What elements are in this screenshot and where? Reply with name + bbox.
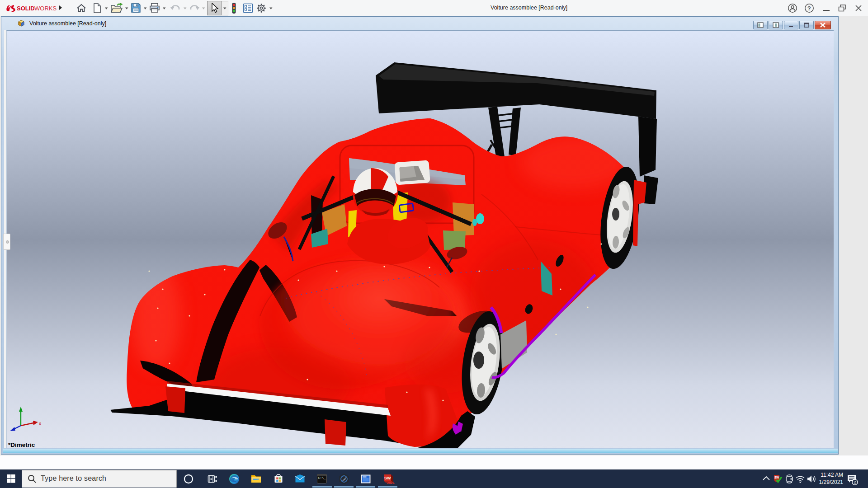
svg-text:C:\_: C:\_ bbox=[318, 476, 326, 480]
svg-text:2: 2 bbox=[854, 480, 856, 484]
svg-text:2021: 2021 bbox=[387, 481, 395, 485]
svg-text:SW: SW bbox=[384, 476, 391, 480]
svg-text:?: ? bbox=[807, 5, 811, 12]
svg-text:SOLID: SOLID bbox=[17, 5, 35, 12]
svg-text:WORKS: WORKS bbox=[34, 5, 57, 12]
svg-text:SW: SW bbox=[774, 476, 779, 479]
svg-text:x: x bbox=[39, 421, 41, 426]
svg-text:*Dimetric: *Dimetric bbox=[8, 441, 35, 448]
